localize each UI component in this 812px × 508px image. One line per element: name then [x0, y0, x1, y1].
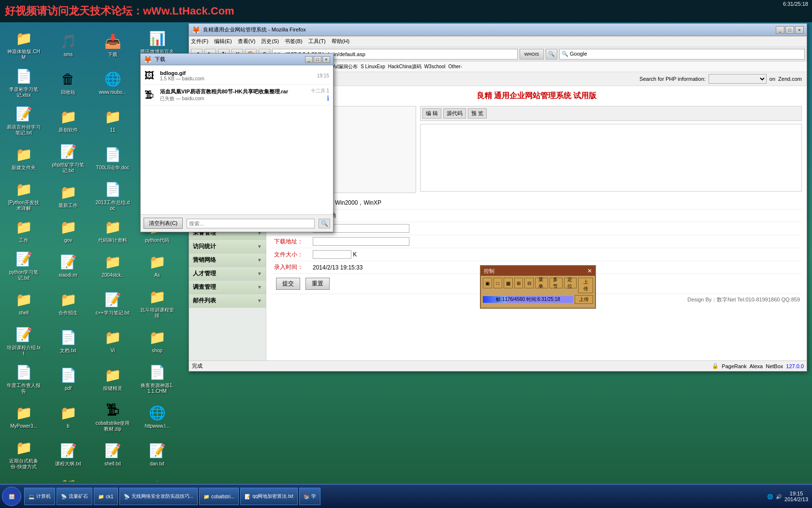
- ctrl-btn-3[interactable]: ▦: [504, 278, 513, 288]
- dl-search-button[interactable]: 🔍: [319, 219, 330, 228]
- dl-minimize-btn[interactable]: _: [305, 56, 313, 63]
- desktop-icon-32[interactable]: 📝 培训课程介绍.txt: [2, 322, 45, 359]
- taskbar-item-wireless[interactable]: 📡 无线网络安全攻防实战技巧...: [119, 488, 198, 505]
- ctrl-btn-1[interactable]: ▣: [483, 278, 492, 288]
- taskbar-item-qq[interactable]: 📝 qq网地加密算法.txt: [240, 488, 297, 505]
- ctrl-btn-5[interactable]: ⊟: [524, 278, 534, 288]
- desktop-icon-9[interactable]: 📁 原创软件: [46, 102, 90, 138]
- dl-search-input[interactable]: [187, 219, 315, 228]
- ff-maximize-btn[interactable]: □: [785, 26, 794, 34]
- desktop-icon-33[interactable]: 📄 文档.txt: [46, 322, 90, 359]
- ff-menu-file[interactable]: 文件(F): [191, 38, 208, 45]
- taskbar-item-computer[interactable]: 💻 计算机: [24, 488, 55, 505]
- dl-close-btn[interactable]: ×: [322, 56, 330, 63]
- desktop-icon-39[interactable]: 📄 换客资源神器1.1.1.CHM: [135, 360, 179, 397]
- ctrl-btn-2[interactable]: □: [493, 278, 503, 288]
- bookmark-w3school[interactable]: W3school: [424, 64, 446, 69]
- desktop-icon-24[interactable]: 📝 python学习笔记.txt: [2, 247, 45, 284]
- desktop-icon-37[interactable]: 📄 pdf: [46, 360, 90, 397]
- editor-edit-btn[interactable]: 编 辑: [422, 108, 441, 119]
- desktop-icon-50[interactable]: 🔵 Google Chrome: [91, 473, 134, 481]
- desktop-icon-10[interactable]: 📁 11: [91, 102, 134, 138]
- ff-menu-edit[interactable]: 编辑(E): [214, 38, 232, 45]
- desktop-icon-12[interactable]: 📁 新建文件夹: [2, 139, 45, 176]
- desktop-icon-18[interactable]: 📄 2013工作总结.doc: [91, 177, 134, 214]
- editor-source-btn[interactable]: 源代码: [443, 108, 466, 119]
- taskbar-item-cobalt[interactable]: 📁 cobaltstri...: [199, 488, 239, 505]
- editor-preview-btn[interactable]: 预 览: [468, 108, 487, 119]
- size-input[interactable]: [313, 250, 351, 259]
- desktop-icon-29[interactable]: 📁 合作招生: [46, 284, 90, 321]
- ctrl-btn-4[interactable]: ⊞: [514, 278, 523, 288]
- desktop-icon-31[interactable]: 📁 北斗培训课程安排: [135, 284, 179, 321]
- desktop-icon-38[interactable]: 📁 按键精灵: [91, 360, 134, 397]
- ff-menu-history[interactable]: 历史(S): [261, 38, 279, 45]
- desktop-icon-1[interactable]: 🎵 sms: [46, 26, 90, 63]
- desktop-icon-0[interactable]: 📁 神器体验版.CHM: [2, 26, 45, 63]
- ff-menu-bookmarks[interactable]: 书签(B): [285, 38, 303, 45]
- ctrl-locate-btn[interactable]: 定位: [564, 278, 577, 288]
- sidebar-menu-btn-12[interactable]: 调查管理▼: [189, 281, 266, 294]
- ff-menu-view[interactable]: 查看(V): [238, 38, 256, 45]
- ff-google-search[interactable]: 🔍 Google: [559, 49, 805, 60]
- desktop-icon-26[interactable]: 📁 2004stck..: [91, 247, 134, 284]
- ctrl-menu-btn[interactable]: 菜单: [535, 278, 548, 288]
- desktop-icon-48[interactable]: ⚙ test.exe: [2, 473, 45, 481]
- desktop-icon-36[interactable]: 📄 年度工作查人报告: [2, 360, 45, 397]
- desktop-icon-5[interactable]: 🗑 回收站: [46, 64, 90, 101]
- sidebar-menu-btn-13[interactable]: 邮件列表▼: [189, 294, 266, 308]
- dl-maximize-btn[interactable]: □: [314, 56, 321, 63]
- editor-content[interactable]: [420, 124, 802, 192]
- ctrl-upload-btn-2[interactable]: 上传: [575, 295, 593, 304]
- reset-btn[interactable]: 重置: [305, 278, 330, 290]
- ff-close-btn[interactable]: ×: [795, 26, 804, 34]
- sidebar-menu-btn-10[interactable]: 营销网络▼: [189, 254, 266, 267]
- desktop-icon-25[interactable]: 📝 xiaodi.rrr: [46, 247, 90, 284]
- desktop-icon-44[interactable]: 📁 近期台式机备份-快捷方式: [2, 435, 45, 472]
- taskbar-item-ck1[interactable]: 📁 ck1: [94, 488, 118, 505]
- dl-clear-btn[interactable]: 清空列表(C): [144, 218, 183, 229]
- desktop-icon-51[interactable]: 🌐 WordPress...: [135, 473, 179, 481]
- submit-btn[interactable]: 提交: [276, 278, 300, 290]
- desktop-icon-21[interactable]: 📁 gov: [46, 215, 90, 246]
- desktop-icon-34[interactable]: 📁 Vi: [91, 322, 134, 359]
- desktop-icon-47[interactable]: 📝 dan.txt: [135, 435, 179, 472]
- php-search-select[interactable]: [709, 74, 767, 84]
- taskbar-item-traffic[interactable]: 📡 流量矿石: [57, 488, 92, 505]
- desktop-icon-42[interactable]: 🗜 cobaltstrike使用教材.zip: [91, 398, 134, 434]
- bookmark-other[interactable]: Other-: [449, 64, 462, 69]
- ff-menu-help[interactable]: 帮助(H): [332, 38, 349, 45]
- desktop-icon-13[interactable]: 📝 php挖矿学习笔记.txt: [46, 139, 90, 176]
- ff-whois-btn[interactable]: WHOIS: [520, 49, 544, 60]
- ff-menu-tools[interactable]: 工具(T): [308, 38, 326, 45]
- ctrl-close-btn[interactable]: ✕: [587, 268, 592, 274]
- desktop-icon-16[interactable]: 📁 [Python开发技术详解: [2, 177, 45, 214]
- desktop-icon-2[interactable]: 📥 下载: [91, 26, 134, 63]
- bookmark-linuxexp[interactable]: S LinuxExp: [361, 64, 385, 69]
- start-button[interactable]: 🪟: [2, 487, 21, 506]
- desktop-icon-28[interactable]: 📁 shell: [2, 284, 45, 321]
- desktop-icon-35[interactable]: 📁 shop: [135, 322, 179, 359]
- desktop-icon-8[interactable]: 📝 易语言外挂学习笔记.txt: [2, 102, 45, 138]
- desktop-icon-49[interactable]: 📁 cobaltstrike使用教材: [46, 473, 90, 481]
- ctrl-upload-btn-1[interactable]: 上传: [578, 278, 593, 293]
- desktop-icon-40[interactable]: 📁 MyPower3...: [2, 398, 45, 434]
- sidebar-menu-btn-11[interactable]: 人才管理▼: [189, 267, 266, 281]
- desktop-icon-45[interactable]: 📝 课程大纲.txt: [46, 435, 90, 472]
- taskbar-item-learn[interactable]: 📚 学: [299, 488, 320, 505]
- sidebar-menu-btn-9[interactable]: 访问统计▼: [189, 240, 266, 254]
- ff-minimize-btn[interactable]: _: [776, 26, 784, 34]
- desktop-icon-27[interactable]: 📁 As: [135, 247, 179, 284]
- dl-url-input[interactable]: [313, 237, 409, 246]
- desktop-icon-46[interactable]: 📝 shell.txt: [91, 435, 134, 472]
- desktop-icon-30[interactable]: 📝 c++学习笔记.txt: [91, 284, 134, 321]
- desktop-icon-20[interactable]: 📁 工作: [2, 215, 45, 246]
- desktop-icon-17[interactable]: 📁 最新工作: [46, 177, 90, 214]
- ctrl-multi-btn[interactable]: 多节: [550, 278, 563, 288]
- desktop-icon-14[interactable]: 📄 T00LS论华.doc: [91, 139, 134, 176]
- desktop-icon-6[interactable]: 🌐 www.niubo...: [91, 64, 134, 101]
- desktop-icon-41[interactable]: 📁 b: [46, 398, 90, 434]
- desktop-icon-4[interactable]: 📄 李彦彬学习笔记.xlsx: [2, 64, 45, 101]
- bookmark-hackchina[interactable]: HackChina源码: [388, 63, 421, 70]
- desktop-icon-43[interactable]: 🌐 httpwww.l...: [135, 398, 179, 434]
